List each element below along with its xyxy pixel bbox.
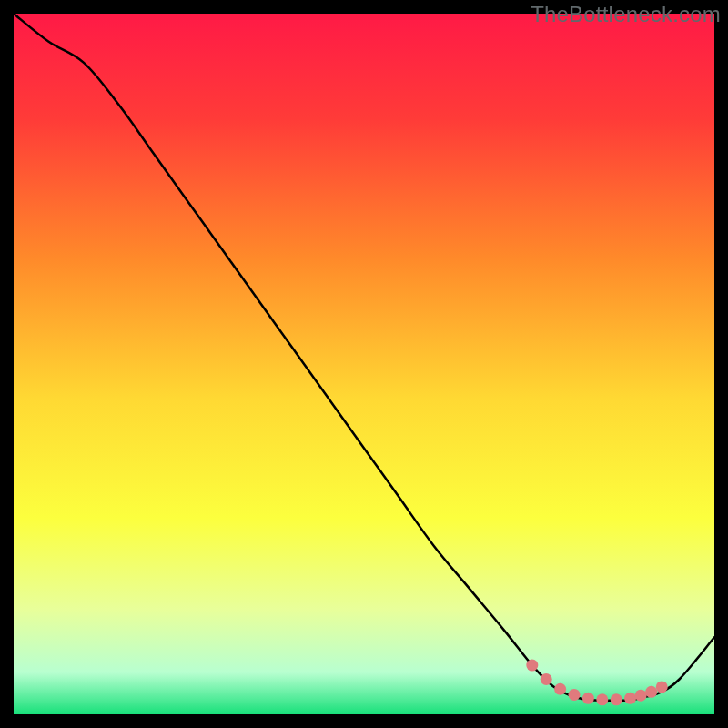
sweet-spot-marker	[582, 693, 594, 704]
sweet-spot-marker	[645, 686, 657, 698]
sweet-spot-marker	[635, 690, 647, 702]
sweet-spot-marker	[526, 660, 538, 672]
watermark-text: TheBottleneck.com	[531, 2, 721, 27]
sweet-spot-marker	[656, 681, 668, 693]
sweet-spot-marker	[541, 673, 552, 685]
sweet-spot-marker	[624, 693, 636, 704]
sweet-spot-marker	[611, 693, 622, 705]
bottleneck-curve-plot	[0, 0, 728, 728]
chart-stage: TheBottleneck.com	[0, 0, 728, 728]
sweet-spot-marker	[554, 683, 566, 695]
sweet-spot-marker	[569, 689, 581, 701]
sweet-spot-marker	[596, 693, 608, 705]
gradient-background	[14, 14, 714, 714]
